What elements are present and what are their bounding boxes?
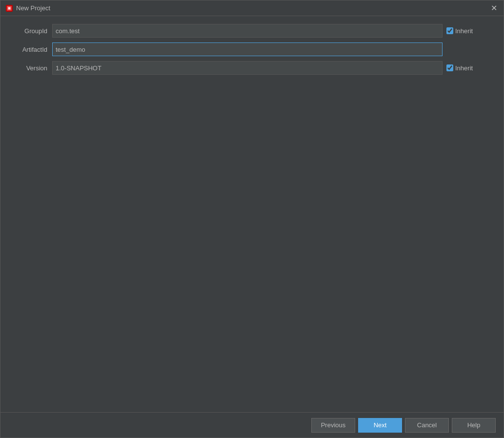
version-inherit-label[interactable]: Inherit [455, 64, 473, 72]
content-area: GroupId Inherit ArtifactId Version Inher… [0, 16, 504, 412]
group-id-input[interactable] [52, 24, 443, 38]
group-id-row: GroupId Inherit [8, 24, 496, 38]
title-bar: New Project ✕ [0, 0, 504, 16]
version-inherit-checkbox[interactable] [446, 64, 453, 71]
help-button[interactable]: Help [452, 418, 496, 433]
bottom-bar: Previous Next Cancel Help [0, 412, 504, 438]
group-id-inherit-checkbox[interactable] [446, 27, 453, 34]
artifact-id-input[interactable] [52, 42, 443, 56]
version-label: Version [8, 64, 52, 72]
group-id-label: GroupId [8, 27, 52, 35]
new-project-dialog: New Project ✕ GroupId Inherit ArtifactId… [0, 0, 504, 438]
cancel-button[interactable]: Cancel [405, 418, 449, 433]
dialog-title: New Project [16, 4, 50, 12]
version-row: Version Inherit [8, 61, 496, 75]
next-button[interactable]: Next [358, 418, 402, 433]
version-input[interactable] [52, 61, 443, 75]
title-bar-left: New Project [5, 4, 50, 12]
svg-rect-3 [8, 7, 10, 9]
artifact-id-label: ArtifactId [8, 46, 52, 53]
artifact-id-row: ArtifactId [8, 42, 496, 56]
group-id-inherit-label[interactable]: Inherit [455, 27, 473, 35]
close-button[interactable]: ✕ [489, 3, 499, 13]
app-icon [5, 4, 13, 12]
version-inherit-container: Inherit [446, 64, 473, 72]
group-id-inherit-container: Inherit [446, 27, 473, 35]
previous-button[interactable]: Previous [311, 418, 355, 433]
